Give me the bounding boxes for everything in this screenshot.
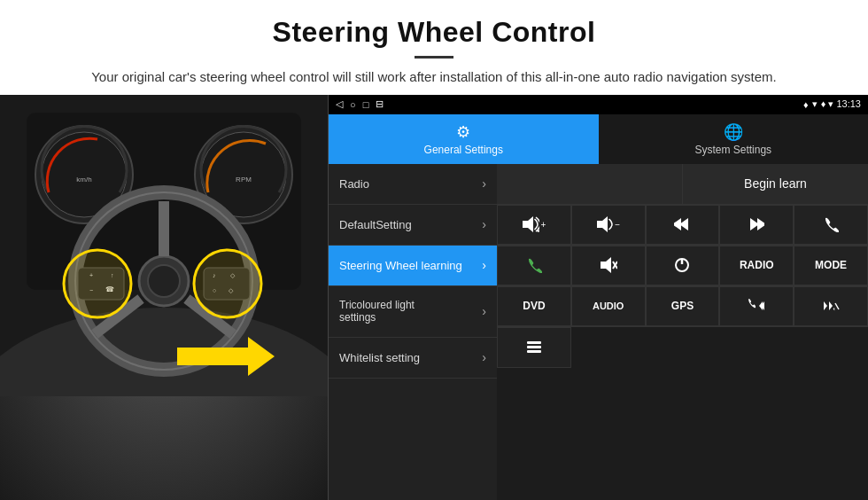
vol-down-label: −: [615, 220, 620, 230]
prev-track-button[interactable]: [646, 205, 720, 245]
signal-icon: ▾: [812, 98, 818, 110]
gps-button[interactable]: GPS: [646, 286, 720, 326]
menu-item-radio[interactable]: Radio ›: [329, 164, 497, 205]
vol-up-label: +: [540, 220, 546, 230]
steering-wheel-svg: km/h RPM: [0, 95, 328, 396]
list-view-button[interactable]: [497, 327, 571, 368]
svg-marker-38: [601, 257, 611, 273]
next-track-button[interactable]: [719, 205, 794, 245]
svg-line-47: [835, 303, 839, 309]
phone-prev-button[interactable]: [719, 286, 794, 326]
tab-general-settings[interactable]: ⚙ General Settings: [329, 114, 599, 164]
phone-button[interactable]: [794, 205, 868, 245]
volume-up-button[interactable]: + +: [497, 205, 571, 245]
controls-row2: RADIO MODE: [497, 246, 868, 286]
chevron-right-icon: ›: [482, 350, 486, 364]
gear-icon: ⚙: [456, 122, 470, 142]
mute-button[interactable]: [571, 246, 646, 285]
menu-icon[interactable]: ⊟: [376, 98, 384, 110]
status-bar: ◁ ○ □ ⊟ ♦ ▾ ♦ ▾ 13:13: [329, 95, 868, 114]
main-content: km/h RPM: [0, 95, 868, 501]
chevron-right-icon: ›: [482, 304, 486, 318]
svg-marker-45: [824, 301, 827, 310]
tricoloured-label: Tricoloured lightsettings: [339, 299, 482, 324]
power-button[interactable]: [646, 246, 720, 285]
svg-marker-46: [829, 301, 833, 310]
controls-row1: + + −: [497, 205, 868, 246]
android-ui: ◁ ○ □ ⊟ ♦ ▾ ♦ ▾ 13:13 ⚙ General Settings: [328, 95, 868, 501]
car-background: km/h RPM: [0, 95, 328, 501]
location-icon: ♦: [803, 99, 809, 110]
tab-system-settings[interactable]: 🌐 System Settings: [599, 114, 869, 164]
svg-rect-50: [527, 350, 541, 353]
svg-text:RPM: RPM: [236, 176, 252, 184]
home-icon[interactable]: ○: [350, 99, 356, 110]
header: Steering Wheel Control Your original car…: [0, 0, 868, 95]
dvd-button[interactable]: DVD: [497, 286, 571, 326]
header-divider: [415, 56, 453, 59]
chevron-right-icon: ›: [482, 176, 486, 191]
svg-rect-48: [527, 341, 541, 344]
radio-button[interactable]: RADIO: [719, 246, 794, 285]
globe-icon: 🌐: [724, 122, 743, 142]
svg-point-26: [64, 250, 131, 317]
controls-area: Begin learn + + −: [497, 164, 868, 501]
menu-list: Radio › DefaultSetting › Steering Wheel …: [329, 164, 497, 501]
svg-point-27: [194, 250, 261, 317]
svg-marker-31: [597, 216, 608, 232]
controls-row3: DVD AUDIO GPS: [497, 286, 868, 327]
svg-marker-33: [674, 218, 681, 230]
svg-marker-36: [757, 218, 764, 230]
svg-text:+: +: [536, 226, 539, 232]
page: Steering Wheel Control Your original car…: [0, 0, 868, 500]
clock: ♦ ▾ 13:13: [821, 98, 861, 110]
svg-marker-29: [523, 216, 533, 232]
menu-item-defaultsetting[interactable]: DefaultSetting ›: [329, 205, 497, 246]
car-image-area: km/h RPM: [0, 95, 328, 501]
mode-button[interactable]: MODE: [794, 246, 868, 285]
audio-button[interactable]: AUDIO: [571, 286, 646, 326]
chevron-right-icon: ›: [482, 258, 486, 272]
status-bar-info: ♦ ▾ ♦ ▾ 13:13: [803, 98, 861, 110]
status-bar-nav: ◁ ○ □ ⊟: [336, 98, 384, 110]
chevron-right-icon: ›: [482, 217, 486, 231]
controls-top-row: Begin learn: [497, 164, 868, 205]
tab-system-label: System Settings: [694, 144, 771, 156]
call-answer-button[interactable]: [497, 246, 571, 285]
header-description: Your original car's steering wheel contr…: [53, 67, 815, 88]
svg-point-12: [148, 265, 180, 297]
volume-down-button[interactable]: −: [571, 205, 646, 245]
tab-general-label: General Settings: [424, 144, 503, 156]
svg-text:km/h: km/h: [76, 176, 91, 184]
back-icon[interactable]: ◁: [336, 98, 343, 110]
recents-icon[interactable]: □: [363, 99, 369, 110]
controls-row4: [497, 327, 868, 368]
page-title: Steering Wheel Control: [53, 16, 815, 49]
begin-learn-button[interactable]: Begin learn: [683, 164, 868, 204]
skip-next-button[interactable]: [794, 286, 868, 326]
svg-rect-49: [527, 346, 541, 348]
menu-item-tricoloured[interactable]: Tricoloured lightsettings ›: [329, 286, 497, 338]
menu-item-whitelist[interactable]: Whitelist setting ›: [329, 338, 497, 379]
tab-bar: ⚙ General Settings 🌐 System Settings: [329, 114, 868, 164]
empty-key-slot: [497, 164, 683, 204]
menu-controls: Radio › DefaultSetting › Steering Wheel …: [329, 164, 868, 501]
menu-item-steering-wheel[interactable]: Steering Wheel learning ›: [329, 246, 497, 286]
